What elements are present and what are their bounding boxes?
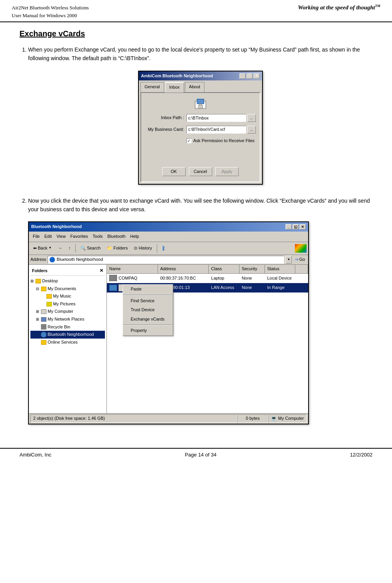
toolbar-separator-2 (157, 244, 157, 253)
minimize-button[interactable]: _ (239, 73, 246, 79)
go-arrow-icon: ⇒ (295, 256, 298, 263)
ask-permission-label: Ask Permission to Receive Files (193, 137, 255, 144)
explorer-toolbar: ⬅ Back ▼ → ↑ 🔍 Search (29, 242, 308, 255)
folder-my-documents[interactable]: ⊟ My Documents (30, 285, 105, 293)
windows-logo (295, 244, 307, 253)
folder-desktop-label: Desktop (42, 278, 58, 285)
context-property[interactable]: Property (123, 326, 173, 335)
page-footer: AmbiCom, Inc Page 14 of 34 12/2/2002 (0, 448, 392, 461)
dialog-buttons: OK Cancel Apply (145, 166, 256, 178)
device-2-class: LAN Access (209, 283, 239, 292)
go-button[interactable]: ⇒ Go (293, 256, 307, 263)
tab-inbox[interactable]: Inbox (165, 82, 184, 93)
menu-tools[interactable]: Tools (90, 232, 105, 241)
folder-recycle[interactable]: ⊞ Recycle Bin (30, 323, 105, 331)
explorer-minimize-btn[interactable]: _ (286, 224, 292, 230)
ask-permission-checkbox[interactable]: ✓ (186, 138, 192, 143)
device-compaq-class: Laptop (209, 274, 239, 283)
maximize-button[interactable]: □ (247, 73, 253, 79)
search-button[interactable]: 🔍 Search (78, 244, 103, 253)
device-row-compaq: COMPAQ 00:80:37:16:70:BC Laptop None Loc… (107, 274, 308, 283)
folder-mypictures-label: My Pictures (53, 301, 75, 308)
steps-list: When you perform Exchange vCard, you nee… (20, 45, 372, 424)
menu-help[interactable]: Help (128, 232, 142, 241)
status-right: 💻 My Computer (268, 414, 307, 423)
menu-view[interactable]: View (54, 232, 68, 241)
menu-file[interactable]: File (30, 232, 42, 241)
svg-rect-3 (197, 100, 203, 103)
context-exchange-vcards[interactable]: Exchange vCards (123, 315, 173, 324)
context-menu: Paste Find Service Trust Device Exchange… (122, 284, 173, 336)
main-content: Exchange vCards When you perform Exchang… (0, 25, 392, 440)
menu-edit[interactable]: Edit (42, 232, 54, 241)
tab-about[interactable]: About (185, 82, 205, 92)
folder-bluetooth[interactable]: ⊞ Bluetooth Neighborhood (30, 331, 105, 339)
step-1-text: When you perform Exchange vCard, you nee… (28, 46, 360, 61)
dialog-screenshot: AmbiCom Bluetooth Neighborhood _ □ ✕ Gen… (28, 71, 372, 185)
col-class[interactable]: Class (209, 265, 239, 273)
up-button[interactable]: ↑ (66, 244, 73, 253)
online-icon (41, 340, 46, 345)
bluetooth-toolbar-button[interactable]: ᛒ (159, 243, 168, 254)
back-button[interactable]: ⬅ Back ▼ (30, 244, 54, 253)
svg-rect-5 (199, 104, 202, 105)
folders-close-btn[interactable]: ✕ (99, 267, 103, 275)
context-paste[interactable]: Paste (123, 285, 173, 294)
ask-permission-row: ✓ Ask Permission to Receive Files (186, 137, 256, 144)
folder-my-music[interactable]: ⊞ My Music (30, 292, 105, 300)
explorer-address-bar: Address Bluetooth Neighborhood ▼ ⇒ Go (29, 255, 308, 265)
explorer-menubar: File Edit View Favorites Tools Bluetooth… (29, 232, 308, 242)
tab-general[interactable]: General (140, 82, 164, 92)
explorer-main: Folders ✕ ⊞ Desktop ⊟ (29, 265, 308, 413)
dialog-titlebar: AmbiCom Bluetooth Neighborhood _ □ ✕ (139, 71, 262, 81)
business-card-browse-button[interactable]: ... (247, 126, 256, 134)
bluetooth-icon: ᛒ (162, 244, 165, 253)
menu-favorites[interactable]: Favorites (68, 232, 90, 241)
folder-my-pictures[interactable]: ⊞ My Pictures (30, 300, 105, 308)
ok-button[interactable]: OK (162, 167, 186, 176)
back-icon: ⬅ (33, 245, 37, 252)
explorer-restore-btn[interactable]: ◱ (293, 224, 299, 230)
device-compaq-security: None (239, 274, 265, 283)
apply-button[interactable]: Apply (215, 167, 239, 176)
explorer-close-btn[interactable]: ✕ (300, 224, 306, 230)
folder-my-computer[interactable]: ⊞ My Computer (30, 308, 105, 316)
expand-mycomputer-icon: ⊞ (36, 308, 40, 315)
address-dropdown-btn[interactable]: ▼ (286, 256, 292, 264)
computer-status-icon: 💻 (271, 415, 277, 422)
expand-mydocs-icon: ⊟ (36, 286, 40, 292)
page-header: Air2Net Bluetooth Wireless Solutions Use… (0, 0, 392, 22)
forward-button[interactable]: → (55, 244, 65, 253)
explorer-titlebar: Bluetooth Neighborhood _ ◱ ✕ (29, 222, 308, 232)
folders-button[interactable]: 📁 Folders (104, 244, 131, 253)
address-label: Address (30, 256, 46, 263)
context-trust-device[interactable]: Trust Device (123, 305, 173, 315)
toolbar-separator-1 (75, 244, 76, 253)
close-button[interactable]: ✕ (254, 73, 260, 79)
address-input[interactable]: Bluetooth Neighborhood (48, 256, 284, 264)
inbox-path-row: Inbox Path : ... (145, 114, 256, 122)
inbox-browse-button[interactable]: ... (247, 114, 256, 122)
col-address[interactable]: Address (158, 265, 209, 273)
inbox-path-input[interactable] (186, 114, 246, 122)
col-name[interactable]: Name (107, 265, 158, 273)
status-middle: 0 bytes (237, 414, 268, 423)
history-button[interactable]: ⊙ History (131, 244, 154, 253)
col-security[interactable]: Security (239, 265, 265, 273)
cancel-button[interactable]: Cancel (189, 167, 212, 176)
folder-online-label: Online Services (48, 339, 78, 346)
inbox-icon (194, 98, 207, 110)
folder-desktop[interactable]: ⊞ Desktop (30, 277, 105, 285)
business-card-input[interactable] (186, 126, 246, 134)
folder-network[interactable]: ⊞ My Network Places (30, 316, 105, 323)
folder-mymusic-label: My Music (53, 293, 71, 300)
menu-bluetooth[interactable]: Bluetooth (105, 232, 128, 241)
mycomputer-icon (41, 309, 46, 314)
folder-online[interactable]: ⊞ Online Services (30, 339, 105, 346)
forward-icon: → (58, 245, 62, 252)
svg-rect-4 (198, 105, 202, 108)
network-icon (41, 317, 46, 322)
context-find-service[interactable]: Find Service (123, 296, 173, 306)
status-left: 2 object(s) (Disk free space: 1.46 GB) (30, 414, 237, 423)
col-status[interactable]: Status (265, 265, 295, 273)
